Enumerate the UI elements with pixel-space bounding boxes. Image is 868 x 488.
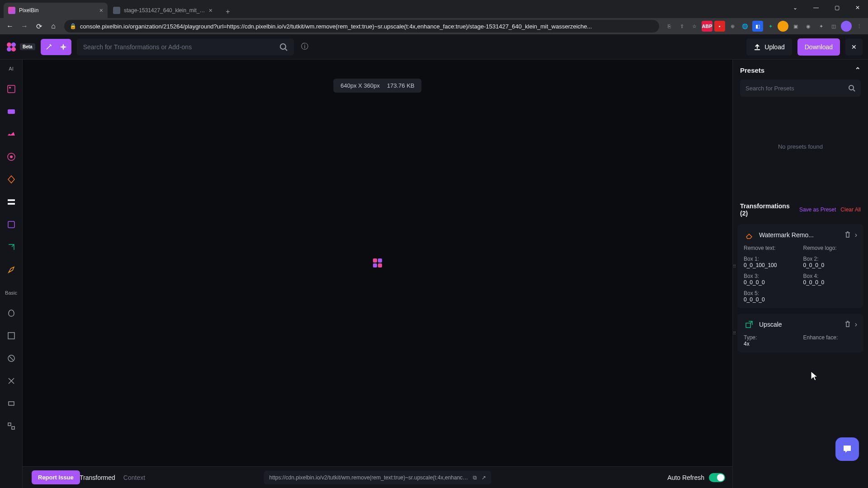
svg-rect-5 xyxy=(8,85,15,93)
auto-refresh-label: Auto Refresh xyxy=(667,474,704,481)
svg-rect-12 xyxy=(8,221,14,228)
menu-icon[interactable]: ⋮ xyxy=(854,21,864,32)
preset-search[interactable] xyxy=(740,80,861,97)
close-panel-button[interactable]: ✕ xyxy=(845,38,863,56)
rail-tool-7[interactable] xyxy=(5,218,18,231)
delete-icon[interactable] xyxy=(844,231,851,239)
browser-tab[interactable]: stage-1531427_640_klein_mit_w... × xyxy=(108,3,217,18)
rail-basic-5[interactable] xyxy=(5,397,18,410)
close-icon[interactable]: × xyxy=(99,7,103,14)
translate-icon[interactable]: ⎘ xyxy=(664,21,675,32)
rail-basic-4[interactable] xyxy=(5,374,18,388)
svg-point-0 xyxy=(7,42,11,47)
report-issue-button[interactable]: Report Issue xyxy=(32,470,80,484)
ext-globe-icon[interactable]: 🌐 xyxy=(740,21,750,32)
open-icon[interactable]: ↗ xyxy=(481,474,486,481)
transform-card-watermark[interactable]: ⠿ Watermark Remo... › Remove text: Remov… xyxy=(737,224,863,308)
rail-basic-6[interactable] xyxy=(5,419,18,433)
tab-strip: PixelBin × stage-1531427_640_klein_mit_w… xyxy=(0,0,868,18)
url-text: console.pixelbin.io/organization/215264/… xyxy=(80,23,654,30)
chevron-right-icon[interactable]: › xyxy=(855,231,857,239)
rail-tool-6[interactable] xyxy=(5,195,18,209)
download-button[interactable]: Download xyxy=(797,38,840,56)
reload-button[interactable]: ⟳ xyxy=(33,20,45,33)
presets-header[interactable]: Presets ⌃ xyxy=(740,66,861,74)
mode-toggle xyxy=(41,39,71,55)
image-meta: 640px X 360px 173.76 KB xyxy=(333,79,421,93)
rail-basic-1[interactable] xyxy=(5,306,18,320)
delete-icon[interactable] xyxy=(844,320,851,328)
caret-down-icon[interactable]: ⌄ xyxy=(785,0,806,15)
close-icon[interactable]: × xyxy=(209,7,212,14)
svg-point-6 xyxy=(9,87,11,89)
side-panel-icon[interactable]: ◫ xyxy=(828,21,839,32)
wand-icon[interactable] xyxy=(42,41,55,53)
upload-button[interactable]: Upload xyxy=(746,38,792,56)
search-icon[interactable] xyxy=(848,84,855,92)
tab-title: PixelBin xyxy=(19,7,96,14)
close-window-icon[interactable]: ✕ xyxy=(847,0,868,15)
logo-mark-icon xyxy=(5,41,17,53)
new-tab-button[interactable]: + xyxy=(222,5,234,18)
preset-search-input[interactable] xyxy=(745,85,844,92)
avatar-icon[interactable] xyxy=(841,21,852,32)
image-dimensions: 640px X 360px xyxy=(340,82,380,89)
svg-rect-19 xyxy=(378,258,382,263)
ext-blue-icon[interactable]: ◧ xyxy=(752,21,763,32)
param-label: Type: xyxy=(744,334,798,341)
extensions-icon[interactable]: ✦ xyxy=(816,21,826,32)
rail-tool-5[interactable] xyxy=(5,173,18,186)
search-input[interactable] xyxy=(83,43,275,51)
drag-handle-icon[interactable]: ⠿ xyxy=(733,331,735,336)
rail-tool-3[interactable] xyxy=(5,127,18,141)
image-filesize: 173.76 KB xyxy=(387,82,415,89)
drag-handle-icon[interactable]: ⠿ xyxy=(733,264,735,269)
info-icon[interactable]: ⓘ xyxy=(299,42,310,52)
search-icon[interactable] xyxy=(279,43,288,51)
svg-rect-10 xyxy=(8,199,15,201)
browser-tab-active[interactable]: PixelBin × xyxy=(4,3,108,18)
chat-button[interactable] xyxy=(835,437,859,461)
loading-icon xyxy=(371,257,384,269)
home-button[interactable]: ⌂ xyxy=(47,20,60,33)
ext-abp-icon[interactable]: ABP xyxy=(702,21,712,32)
url-bar[interactable]: 🔒 console.pixelbin.io/organization/21526… xyxy=(64,20,659,33)
ext-red-icon[interactable]: ▪ xyxy=(714,21,725,32)
ext-green-icon[interactable]: ✦ xyxy=(765,21,776,32)
maximize-icon[interactable]: ▢ xyxy=(826,0,847,15)
sparkle-icon[interactable] xyxy=(57,41,70,53)
browser-toolbar: ← → ⟳ ⌂ 🔒 console.pixelbin.io/organizati… xyxy=(0,18,868,34)
rail-tool-4[interactable] xyxy=(5,150,18,164)
tab-context[interactable]: Context xyxy=(123,474,145,481)
save-preset-link[interactable]: Save as Preset xyxy=(799,206,836,213)
star-icon[interactable]: ☆ xyxy=(689,21,700,32)
rail-basic-2[interactable] xyxy=(5,329,18,343)
rail-tool-9[interactable] xyxy=(5,263,18,277)
rail-tool-1[interactable] xyxy=(5,82,18,96)
rail-tool-2[interactable] xyxy=(5,105,18,118)
eraser-icon xyxy=(744,230,755,240)
back-button[interactable]: ← xyxy=(4,20,16,33)
rail-tool-8[interactable] xyxy=(5,240,18,254)
tab-transformed[interactable]: Transformed xyxy=(80,474,115,481)
chevron-right-icon[interactable]: › xyxy=(855,320,857,328)
param-label: Box 3: xyxy=(744,273,798,279)
presets-empty: No presets found xyxy=(740,97,861,196)
svg-point-3 xyxy=(11,47,16,52)
share-icon[interactable]: ⇪ xyxy=(676,21,687,32)
header-search[interactable] xyxy=(77,38,294,56)
forward-button[interactable]: → xyxy=(18,20,31,33)
minimize-icon[interactable]: — xyxy=(806,0,826,15)
copy-icon[interactable]: ⧉ xyxy=(473,474,477,481)
ext-orange-icon[interactable] xyxy=(778,21,788,32)
ext-gray-icon[interactable]: ▣ xyxy=(790,21,801,32)
param-value: 0_0_0_0 xyxy=(744,279,798,286)
auto-refresh-toggle[interactable] xyxy=(709,473,725,482)
ext-camera-icon[interactable]: ◉ xyxy=(803,21,814,32)
clear-all-link[interactable]: Clear All xyxy=(840,206,861,213)
transform-title: Watermark Remo... xyxy=(759,231,840,239)
ext-world-icon[interactable]: ⊕ xyxy=(727,21,738,32)
logo[interactable]: Beta xyxy=(5,41,35,53)
transform-card-upscale[interactable]: ⠿ Upscale › Type:4x Enhance face: xyxy=(737,314,863,352)
rail-basic-3[interactable] xyxy=(5,352,18,365)
